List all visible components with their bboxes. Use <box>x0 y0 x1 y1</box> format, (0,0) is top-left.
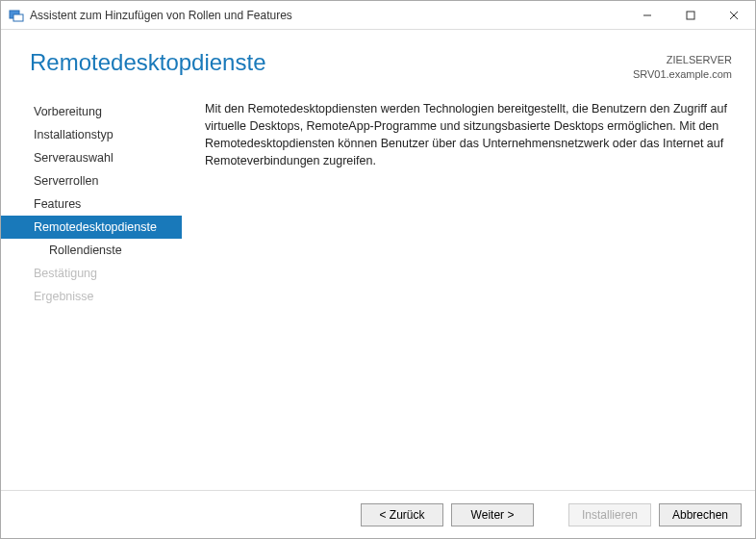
target-server: SRV01.example.com <box>633 67 732 82</box>
minimize-button[interactable] <box>625 1 668 29</box>
page-title: Remotedesktopdienste <box>30 49 633 76</box>
titlebar: Assistent zum Hinzufügen von Rollen und … <box>1 1 755 30</box>
footer: < Zurück Weiter > Installieren Abbrechen <box>1 490 755 538</box>
window-title: Assistent zum Hinzufügen von Rollen und … <box>30 9 292 22</box>
app-icon <box>9 8 24 23</box>
nav-item-features[interactable]: Features <box>1 192 182 216</box>
back-button[interactable]: < Zurück <box>361 503 443 526</box>
nav-item-vorbereitung[interactable]: Vorbereitung <box>1 100 182 123</box>
nav-item-ergebnisse: Ergebnisse <box>1 285 182 308</box>
target-label: ZIELSERVER <box>633 53 732 67</box>
header: Remotedesktopdienste ZIELSERVER SRV01.ex… <box>1 30 755 90</box>
cancel-button[interactable]: Abbrechen <box>659 503 742 526</box>
svg-rect-1 <box>13 14 23 21</box>
nav-item-remotedesktopdienste[interactable]: Remotedesktopdienste <box>1 216 182 239</box>
nav-item-rollendienste[interactable]: Rollendienste <box>1 239 182 262</box>
nav-item-serverrollen[interactable]: Serverrollen <box>1 169 182 192</box>
description-text: Mit den Remotedesktopdiensten werden Tec… <box>205 100 734 170</box>
sidebar: VorbereitungInstallationstypServerauswah… <box>1 90 182 490</box>
svg-rect-3 <box>687 12 694 19</box>
maximize-button[interactable] <box>668 1 712 29</box>
nav-item-best-tigung: Bestätigung <box>1 262 182 285</box>
install-button: Installieren <box>568 503 651 526</box>
content-area: Mit den Remotedesktopdiensten werden Tec… <box>182 90 755 490</box>
close-button[interactable] <box>712 1 755 29</box>
target-info: ZIELSERVER SRV01.example.com <box>633 49 732 83</box>
nav-item-installationstyp[interactable]: Installationstyp <box>1 123 182 146</box>
next-button[interactable]: Weiter > <box>451 503 534 526</box>
wizard-window: Assistent zum Hinzufügen von Rollen und … <box>0 0 756 539</box>
nav-item-serverauswahl[interactable]: Serverauswahl <box>1 146 182 169</box>
